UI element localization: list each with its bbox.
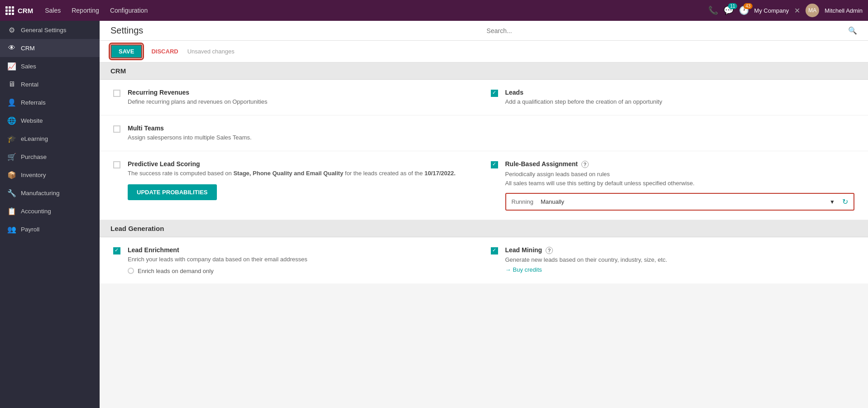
sidebar-item-referrals[interactable]: 👤 Referrals	[0, 93, 100, 111]
refresh-icon[interactable]: ↻	[842, 197, 848, 206]
rule-based-checkbox[interactable]	[491, 161, 498, 168]
chart-icon: 📈	[7, 62, 16, 71]
predictive-checkbox-wrap[interactable]	[113, 161, 122, 170]
nav-reporting[interactable]: Reporting	[67, 5, 104, 16]
setting-placeholder-right	[491, 125, 855, 142]
lead-enrichment-desc: Enrich your leads with company data base…	[128, 255, 477, 264]
recurring-revenues-checkbox-wrap[interactable]	[113, 90, 122, 99]
sidebar-label-inventory: Inventory	[21, 172, 46, 178]
gear-icon: ⚙	[7, 25, 16, 34]
sidebar-item-elearning[interactable]: 🎓 eLearning	[0, 130, 100, 148]
search-icon[interactable]: 🔍	[848, 26, 857, 35]
rule-based-help-icon[interactable]: ?	[581, 161, 589, 168]
leads-checkbox-wrap[interactable]	[491, 90, 500, 99]
activity-icon-wrap[interactable]: 🕐 43	[739, 5, 749, 15]
lead-mining-checkbox-wrap[interactable]	[491, 247, 500, 256]
rule-based-title: Rule-Based Assignment ?	[505, 160, 855, 168]
lead-mining-help-icon[interactable]: ?	[546, 247, 553, 254]
leads-checkbox[interactable]	[491, 90, 498, 97]
search-input[interactable]	[150, 27, 848, 34]
setting-multi-teams: Multi Teams Assign salespersons into mul…	[113, 125, 477, 142]
enrich-on-demand-radio[interactable]	[128, 268, 134, 274]
enrich-on-demand-option[interactable]: Enrich leads on demand only	[128, 268, 477, 274]
page-title: Settings	[110, 25, 143, 36]
sidebar-label-payroll: Payroll	[21, 226, 39, 233]
running-label: Running	[512, 198, 533, 205]
lead-enrichment-checkbox-wrap[interactable]	[113, 247, 122, 256]
crm-section-header: CRM	[100, 62, 868, 80]
scroll-area[interactable]: CRM Recurring Revenues Define recurring …	[100, 62, 868, 408]
nav-configuration[interactable]: Configuration	[106, 5, 152, 16]
phone-icon-wrap[interactable]: 📞	[708, 5, 718, 15]
crm-settings-panel: Recurring Revenues Define recurring plan…	[100, 80, 868, 220]
activity-badge: 43	[743, 3, 752, 9]
recurring-revenues-checkbox[interactable]	[113, 90, 120, 97]
predictive-content: Predictive Lead Scoring The success rate…	[128, 160, 477, 211]
top-nav-menu: Sales Reporting Configuration	[40, 5, 152, 16]
sidebar-item-website[interactable]: 🌐 Website	[0, 111, 100, 130]
sidebar: ⚙ General Settings 👁 CRM 📈 Sales 🖥 Renta…	[0, 21, 100, 408]
save-button[interactable]: SAVE	[110, 44, 142, 58]
sidebar-label-purchase: Purchase	[21, 154, 47, 160]
multi-teams-checkbox-wrap[interactable]	[113, 125, 122, 134]
sidebar-item-rental[interactable]: 🖥 Rental	[0, 75, 100, 93]
enrich-radio-group: Enrich leads on demand only	[128, 268, 477, 274]
settings-row-2: Multi Teams Assign salespersons into mul…	[100, 115, 868, 151]
sidebar-label-referrals: Referrals	[21, 99, 46, 106]
avatar[interactable]: MA	[806, 4, 819, 17]
lead-enrichment-checkbox[interactable]	[113, 247, 120, 254]
sidebar-item-sales[interactable]: 📈 Sales	[0, 57, 100, 75]
recurring-revenues-title: Recurring Revenues	[128, 89, 477, 96]
chat-icon-wrap[interactable]: 💬 11	[724, 5, 734, 15]
rule-based-desc2: All sales teams will use this setting by…	[505, 179, 855, 188]
lead-mining-checkbox[interactable]	[491, 247, 498, 254]
sidebar-item-accounting[interactable]: 📋 Accounting	[0, 202, 100, 220]
sidebar-item-manufacturing[interactable]: 🔧 Manufacturing	[0, 184, 100, 202]
setting-recurring-revenues: Recurring Revenues Define recurring plan…	[113, 89, 477, 106]
sidebar-item-crm[interactable]: 👁 CRM	[0, 39, 100, 57]
lead-mining-title: Lead Mining ?	[505, 246, 855, 254]
settings-row-3: Predictive Lead Scoring The success rate…	[100, 151, 868, 220]
sidebar-label-crm: CRM	[21, 45, 35, 52]
recurring-revenues-desc: Define recurring plans and revenues on O…	[128, 98, 477, 106]
nav-sales[interactable]: Sales	[40, 5, 65, 16]
user-name: Mitchell Admin	[825, 7, 863, 14]
toolbar: SAVE DISCARD Unsaved changes	[100, 41, 868, 62]
monitor-icon: 🖥	[7, 80, 16, 89]
buy-credits-link[interactable]: Buy credits	[505, 266, 855, 273]
sidebar-item-inventory[interactable]: 📦 Inventory	[0, 166, 100, 184]
wrench-icon: 🔧	[7, 188, 16, 197]
select-arrow-icon: ▼	[830, 199, 835, 205]
search-bar[interactable]	[150, 27, 848, 34]
sidebar-item-general[interactable]: ⚙ General Settings	[0, 21, 100, 39]
predictive-checkbox[interactable]	[113, 161, 120, 168]
rule-based-desc1: Periodically assign leads based on rules	[505, 170, 855, 179]
person-icon: 👤	[7, 98, 16, 107]
cart-icon: 🛒	[7, 152, 16, 161]
lead-enrichment-item: Lead Enrichment Enrich your leads with c…	[113, 246, 477, 274]
rule-based-content: Rule-Based Assignment ? Periodically ass…	[505, 160, 855, 211]
update-probabilities-button[interactable]: UPDATE PROBABILITIES	[128, 184, 217, 200]
people-icon: 👥	[7, 225, 16, 234]
app-brand[interactable]: CRM	[5, 6, 33, 15]
discard-button[interactable]: DISCARD	[148, 45, 182, 58]
lead-mining-desc: Generate new leads based on their countr…	[505, 256, 855, 264]
recurring-revenues-content: Recurring Revenues Define recurring plan…	[128, 89, 477, 106]
predictive-title: Predictive Lead Scoring	[128, 160, 477, 168]
sidebar-item-payroll[interactable]: 👥 Payroll	[0, 220, 100, 238]
running-row: Running Manually Every Day Every Week Ev…	[505, 193, 855, 211]
running-select[interactable]: Manually Every Day Every Week Every Mont…	[541, 198, 822, 205]
settings-row-1: Recurring Revenues Define recurring plan…	[100, 80, 868, 115]
multi-teams-checkbox[interactable]	[113, 125, 120, 133]
lead-mining-item: Lead Mining ? Generate new leads based o…	[491, 246, 855, 274]
company-name: My Company	[754, 7, 789, 14]
leads-content: Leads Add a qualification step before th…	[505, 89, 855, 106]
setting-rule-based-assignment: Rule-Based Assignment ? Periodically ass…	[491, 160, 855, 211]
rule-based-checkbox-wrap[interactable]	[491, 161, 500, 170]
multi-teams-desc: Assign salespersons into multiple Sales …	[128, 134, 477, 142]
close-icon[interactable]: ✕	[794, 6, 800, 15]
sidebar-label-rental: Rental	[21, 81, 38, 88]
multi-teams-title: Multi Teams	[128, 125, 477, 132]
lead-enrichment-title: Lead Enrichment	[128, 246, 477, 254]
sidebar-item-purchase[interactable]: 🛒 Purchase	[0, 148, 100, 166]
